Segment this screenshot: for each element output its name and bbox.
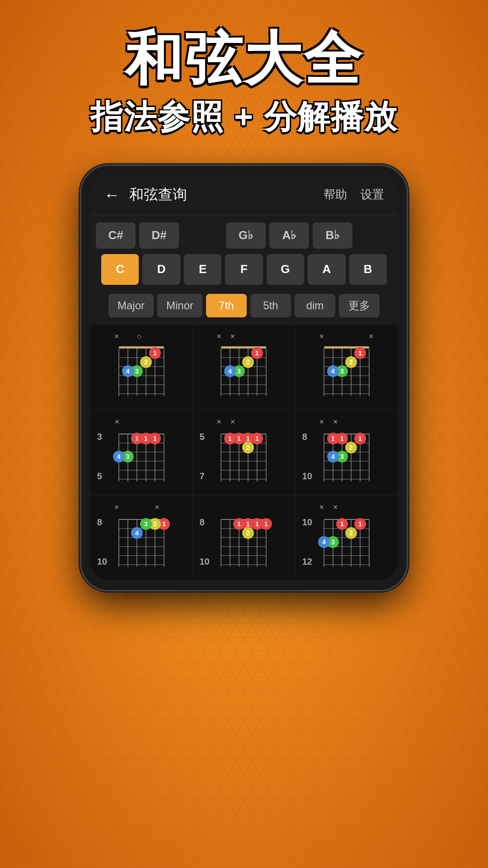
- fretboard-svg-8: 1 1 1 1 2: [212, 513, 275, 571]
- type-5th[interactable]: 5th: [250, 294, 291, 317]
- phone-frame: ← 和弦查询 帮助 设置 C# D#: [81, 166, 407, 590]
- key-d-sharp[interactable]: D#: [139, 222, 179, 249]
- svg-text:3: 3: [238, 368, 241, 375]
- open-1: ○: [137, 332, 142, 341]
- title-main: 和弦大全: [90, 27, 398, 91]
- sharp-d: D#: [137, 222, 177, 250]
- svg-text:2: 2: [144, 359, 148, 366]
- mute-xx1: ×: [216, 332, 221, 341]
- fret-label-8c: 8: [97, 517, 102, 528]
- natural-row: C D E F G A B: [99, 254, 389, 285]
- mute-1: ×: [114, 332, 119, 341]
- fret-label-10d: 10: [302, 517, 312, 528]
- svg-text:1: 1: [340, 435, 344, 442]
- fret-label-3: 3: [97, 432, 102, 442]
- app-bar: ← 和弦查询 帮助 设置: [90, 175, 398, 215]
- type-more[interactable]: 更多: [339, 294, 380, 317]
- chord-cell-7[interactable]: × × 8: [90, 495, 193, 581]
- svg-text:2: 2: [153, 520, 157, 528]
- fretboard-svg-1: 1 2 3 4: [110, 342, 173, 401]
- key-c-sharp[interactable]: C#: [96, 222, 136, 249]
- flat-g: G♭: [224, 222, 264, 250]
- svg-text:1: 1: [229, 435, 232, 442]
- key-c[interactable]: C: [101, 254, 139, 285]
- svg-text:2: 2: [247, 359, 250, 366]
- app-bar-actions: 帮助 设置: [324, 187, 384, 203]
- svg-text:4: 4: [331, 453, 335, 460]
- svg-text:1: 1: [238, 435, 241, 442]
- mute-r1c3-1: ×: [319, 332, 324, 341]
- svg-text:1: 1: [340, 520, 344, 528]
- type-minor[interactable]: Minor: [157, 294, 202, 317]
- chord-cell-1[interactable]: × ○: [90, 325, 193, 410]
- chords-grid: × ○: [90, 325, 398, 581]
- svg-text:1: 1: [144, 435, 148, 442]
- key-d[interactable]: D: [142, 254, 180, 285]
- flat-b: B♭: [311, 222, 351, 250]
- key-a-flat[interactable]: A♭: [269, 222, 309, 249]
- help-button[interactable]: 帮助: [324, 187, 347, 203]
- chord-cell-3[interactable]: × ×: [295, 325, 398, 410]
- svg-text:1: 1: [265, 520, 268, 528]
- sharp-e-placeholder: [181, 222, 221, 250]
- type-dim[interactable]: dim: [295, 294, 335, 317]
- settings-button[interactable]: 设置: [361, 187, 384, 203]
- flat-a: A♭: [267, 222, 307, 250]
- svg-text:1: 1: [358, 349, 362, 357]
- svg-text:2: 2: [247, 529, 250, 537]
- key-b[interactable]: B: [349, 254, 387, 285]
- phone-screen: ← 和弦查询 帮助 设置 C# D#: [90, 175, 398, 581]
- back-button[interactable]: ←: [104, 185, 120, 204]
- type-major[interactable]: Major: [108, 294, 154, 317]
- fretboard-svg-3: 1 2 3 4: [315, 342, 378, 401]
- svg-text:1: 1: [247, 520, 250, 528]
- svg-text:1: 1: [153, 349, 157, 357]
- key-f[interactable]: F: [225, 254, 263, 285]
- fretboard-svg-7: 1 2 3 4: [110, 513, 173, 571]
- chord-cell-6[interactable]: × × 8: [295, 410, 398, 495]
- sharp-b-placeholder: [354, 222, 394, 250]
- chord-cell-2[interactable]: × ×: [193, 325, 296, 410]
- fretboard-svg-5: 1 1 1 1 2: [212, 427, 275, 486]
- type-7th[interactable]: 7th: [206, 294, 247, 317]
- fret-label-8: 8: [302, 432, 307, 442]
- fret-label-10: 10: [302, 471, 312, 481]
- svg-text:3: 3: [135, 368, 139, 375]
- svg-text:1: 1: [331, 435, 335, 442]
- app-bar-title: 和弦查询: [129, 185, 324, 205]
- svg-text:2: 2: [349, 529, 353, 537]
- svg-text:2: 2: [247, 444, 250, 451]
- key-b-flat[interactable]: B♭: [313, 222, 352, 249]
- key-a[interactable]: A: [308, 254, 345, 285]
- svg-text:1: 1: [256, 435, 259, 442]
- svg-text:1: 1: [256, 520, 259, 528]
- svg-text:1: 1: [135, 435, 139, 442]
- key-g[interactable]: G: [267, 254, 304, 285]
- svg-text:1: 1: [238, 520, 241, 528]
- svg-text:1: 1: [358, 435, 362, 442]
- title-sub: 指法参照 + 分解播放: [90, 95, 398, 139]
- phone-container: ← 和弦查询 帮助 设置 C# D#: [81, 166, 407, 590]
- sharp-c: C#: [94, 222, 134, 250]
- mute-r1c3-6: ×: [369, 332, 374, 341]
- fret-label-7: 7: [199, 471, 204, 481]
- svg-text:3: 3: [340, 368, 344, 375]
- svg-text:3: 3: [126, 453, 130, 460]
- chord-cell-9[interactable]: × × 10: [295, 495, 398, 581]
- svg-text:2: 2: [349, 444, 353, 451]
- key-e[interactable]: E: [184, 254, 221, 285]
- chord-type-row: Major Minor 7th 5th dim 更多: [90, 288, 398, 325]
- fret-label-8d: 8: [199, 517, 204, 528]
- fret-label-5: 5: [97, 471, 102, 481]
- svg-text:1: 1: [256, 349, 259, 357]
- fret-label-10c: 10: [199, 557, 209, 567]
- svg-text:1: 1: [358, 520, 362, 528]
- chord-cell-4[interactable]: × 3: [90, 410, 193, 495]
- key-g-flat[interactable]: G♭: [226, 222, 266, 249]
- mute-xx2: ×: [230, 332, 235, 341]
- chord-cell-5[interactable]: × × 5: [193, 410, 296, 495]
- svg-text:4: 4: [331, 368, 335, 375]
- fret-label-12: 12: [302, 557, 312, 567]
- chord-cell-8[interactable]: 8: [193, 495, 296, 581]
- svg-text:1: 1: [162, 520, 166, 528]
